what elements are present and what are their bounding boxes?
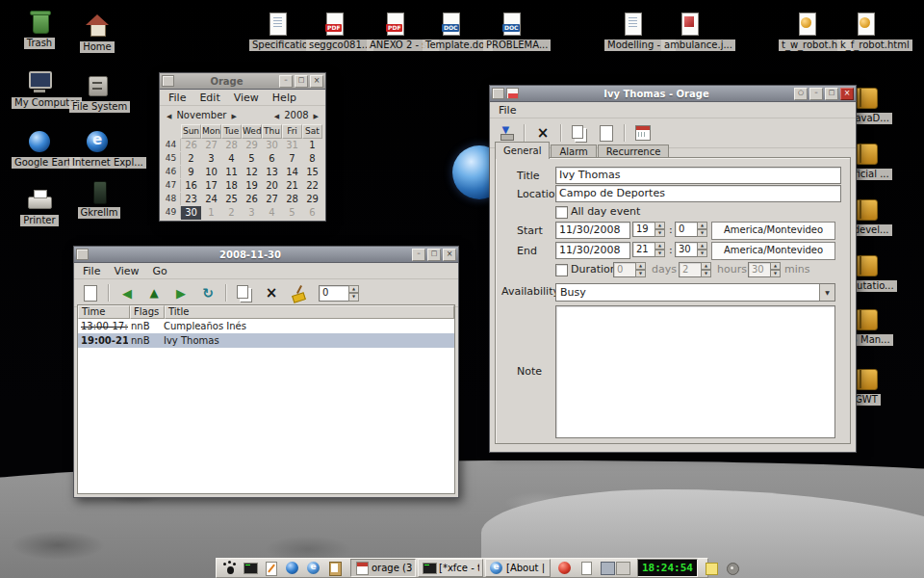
desktop-icon-t-w-robot-ht[interactable]: t_w_robot.ht... [779, 12, 834, 55]
title-input[interactable]: Ivy Thomas [555, 167, 841, 184]
calendar-day-5[interactable]: 5 [242, 152, 262, 166]
end-hour-spinner[interactable]: 21 [632, 242, 665, 257]
availability-select[interactable]: Busy [555, 283, 835, 302]
minimize-button[interactable] [809, 88, 823, 100]
desktop-icon-my-computer[interactable]: My Computer [12, 69, 67, 113]
desktop-icon-internet-expl[interactable]: Internet Expl... [69, 129, 125, 172]
extra-days-spinner[interactable]: 0 [319, 285, 359, 302]
new-appointment-button[interactable] [78, 281, 103, 304]
desktop-icon-anexo-2-s[interactable]: ANEXO 2 - s... [367, 12, 423, 55]
menu-view[interactable]: View [227, 92, 266, 104]
spin-down-icon[interactable] [654, 229, 665, 237]
spin-up-icon[interactable] [348, 285, 359, 294]
calendar-day-10[interactable]: 10 [201, 166, 221, 179]
calendar-day-22[interactable]: 22 [302, 179, 322, 193]
spin-down-icon[interactable] [348, 293, 359, 302]
calendar-day-3[interactable]: 3 [201, 152, 221, 166]
delete-button[interactable] [259, 281, 284, 304]
calendar-day-31[interactable]: 31 [282, 139, 302, 152]
menu-file[interactable]: File [492, 104, 523, 117]
calendar-day-30[interactable]: 30 [262, 139, 282, 152]
spin-down-icon[interactable] [701, 270, 711, 277]
calendar-day-4[interactable]: 4 [262, 206, 282, 220]
xfce-menu-button[interactable] [219, 560, 239, 577]
end-timezone-button[interactable]: America/Montevideo [711, 242, 835, 260]
start-date-field[interactable]: 11/30/2008 [555, 222, 630, 239]
spin-up-icon[interactable] [635, 262, 646, 270]
calendar-day-24[interactable]: 24 [201, 193, 221, 206]
end-date-field[interactable]: 11/30/2008 [555, 242, 630, 259]
menu-go[interactable]: Go [146, 265, 174, 277]
desktop-icon-gkrellm[interactable]: Gkrellm [71, 179, 127, 223]
close-button[interactable] [840, 88, 854, 100]
daylist-titlebar[interactable]: 2008-11-30 [74, 247, 458, 263]
close-button[interactable] [443, 249, 456, 261]
desktop-icon-file-system[interactable]: File System [69, 73, 125, 117]
calendar-day-15[interactable]: 15 [302, 166, 322, 179]
calendar-day-3[interactable]: 3 [242, 206, 262, 220]
editor-button[interactable] [262, 560, 281, 577]
calendar-day-26[interactable]: 26 [242, 193, 262, 206]
calendar-day-1[interactable]: 1 [302, 139, 322, 152]
menu-file[interactable]: File [76, 265, 107, 277]
start-timezone-button[interactable]: America/Montevideo [711, 222, 835, 240]
maximize-button[interactable] [427, 249, 441, 261]
column-header-time[interactable]: Time [78, 305, 130, 319]
calendar-day-6[interactable]: 6 [302, 206, 322, 220]
task-button-xfce-the[interactable]: [*xfce - the... [418, 559, 483, 577]
event-row[interactable]: 13:00-17:00nnBCumpleaños Inés [78, 319, 454, 333]
desktop-icon-problema[interactable]: PROBLEMA... [483, 12, 539, 55]
maximize-button[interactable] [295, 75, 308, 88]
minimize-button[interactable] [412, 249, 425, 261]
close-button[interactable] [310, 75, 323, 88]
column-header-title[interactable]: Title [165, 305, 454, 319]
previous-day-button[interactable] [115, 281, 140, 304]
calendar-day-5[interactable]: 5 [282, 206, 302, 220]
browser-button[interactable] [304, 560, 323, 577]
calendar-day-17[interactable]: 17 [201, 179, 221, 193]
calendar-day-20[interactable]: 20 [262, 179, 282, 193]
terminal-button[interactable] [241, 560, 260, 577]
calendar-day-14[interactable]: 14 [282, 166, 302, 179]
minimize-button[interactable] [279, 75, 293, 88]
desktop-icon-modelling[interactable]: Modelling - ... [604, 12, 660, 55]
calendar-day-18[interactable]: 18 [221, 179, 242, 193]
opera-button[interactable] [555, 560, 575, 577]
spin-up-icon[interactable] [770, 262, 781, 270]
desktop-icon-trash[interactable]: Trash [12, 10, 67, 53]
spin-up-icon[interactable] [654, 222, 665, 229]
duration-mins-spinner[interactable]: 30 [748, 262, 781, 277]
desktop-icon-specificatio[interactable]: Specificatio... [249, 12, 305, 55]
next-day-button[interactable] [168, 281, 193, 304]
calendar-day-13[interactable]: 13 [262, 166, 282, 179]
calendar-day-28[interactable]: 28 [282, 193, 302, 206]
clipboard-button[interactable] [325, 560, 345, 577]
menu-edit[interactable]: Edit [192, 92, 226, 104]
window-menu-icon[interactable] [492, 88, 504, 99]
sticky-button[interactable] [794, 88, 808, 100]
tab-general[interactable]: General [495, 142, 550, 159]
next-month-icon[interactable] [231, 109, 236, 121]
menu-view[interactable]: View [107, 265, 145, 277]
calendar-day-6[interactable]: 6 [262, 152, 282, 166]
notes-button[interactable] [702, 560, 721, 577]
prev-year-icon[interactable] [274, 109, 279, 121]
desktop-icon-k-f-robot-html[interactable]: k_f_robot.html [837, 12, 893, 55]
duration-hours-spinner[interactable]: 2 [679, 262, 711, 277]
desktop-icon-seggco081[interactable]: seggco081... [306, 12, 362, 55]
plugin-button[interactable] [723, 560, 742, 577]
cleanup-button[interactable] [286, 281, 311, 304]
duration-days-spinner[interactable]: 0 [613, 262, 646, 277]
calendar-day-19[interactable]: 19 [242, 179, 262, 193]
today-button[interactable] [141, 281, 167, 304]
spin-down-icon[interactable] [654, 250, 665, 257]
desktop-icon-ambulance-j[interactable]: ambulance.j... [661, 12, 717, 55]
start-hour-spinner[interactable]: 19 [632, 222, 665, 237]
calendar-day-1[interactable]: 1 [201, 206, 221, 220]
calendar-titlebar[interactable]: Orage [160, 73, 325, 90]
calendar-day-11[interactable]: 11 [221, 166, 242, 179]
dropdown-arrow-icon[interactable] [819, 284, 834, 301]
refresh-button[interactable] [195, 281, 220, 304]
window-menu-icon[interactable] [162, 75, 174, 87]
calendar-day-28[interactable]: 28 [221, 139, 242, 152]
